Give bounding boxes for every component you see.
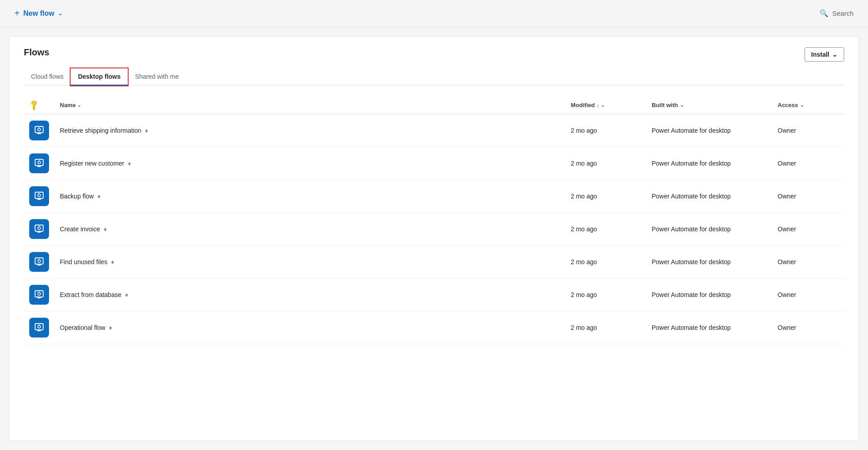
access-chevron-icon: ⌄ (800, 103, 804, 108)
row-name-cell[interactable]: Create invoice ♦ (54, 213, 565, 246)
row-built-with-cell: Power Automate for desktop (646, 311, 772, 344)
plus-icon: + (14, 8, 20, 18)
table-row[interactable]: Backup flow ♦ 2 mo ago Power Automate fo… (24, 180, 844, 213)
svg-rect-7 (38, 165, 40, 166)
row-access-cell: Owner (772, 213, 844, 246)
built-sort-control[interactable]: Built with ⌄ (652, 102, 684, 108)
topbar: + New flow ⌄ 🔍 Search (0, 0, 868, 27)
install-label: Install (811, 51, 829, 58)
flow-icon (29, 219, 49, 239)
row-icon-cell (24, 279, 54, 311)
flow-name: Retrieve shipping information (60, 127, 141, 134)
row-icon-cell (24, 147, 54, 180)
premium-icon: ♦ (111, 258, 114, 266)
svg-point-3 (38, 128, 40, 131)
svg-point-23 (38, 260, 40, 262)
svg-point-8 (38, 161, 40, 164)
premium-icon: ♦ (128, 160, 131, 167)
table-row[interactable]: Register new customer ♦ 2 mo ago Power A… (24, 147, 844, 180)
svg-point-13 (38, 194, 40, 197)
flow-name: Extract from database (60, 291, 121, 298)
tab-desktop-flows[interactable]: Desktop flows (71, 68, 128, 86)
th-key-icon: 🔑 (24, 96, 54, 114)
install-chevron-icon: ⌄ (832, 51, 837, 58)
premium-icon: ♦ (109, 324, 112, 331)
modified-chevron-icon: ⌄ (601, 103, 604, 108)
row-name-cell[interactable]: Register new customer ♦ (54, 147, 565, 180)
th-built-with[interactable]: Built with ⌄ (646, 96, 772, 114)
flow-icon (29, 252, 49, 272)
row-access-cell: Owner (772, 246, 844, 279)
table-row[interactable]: Operational flow ♦ 2 mo ago Power Automa… (24, 311, 844, 344)
premium-icon: ♦ (104, 225, 107, 233)
tab-cloud-flows[interactable]: Cloud flows (24, 68, 71, 86)
row-built-with-cell: Power Automate for desktop (646, 180, 772, 213)
chevron-down-icon: ⌄ (58, 10, 63, 17)
th-access-label: Access (778, 102, 798, 108)
svg-rect-2 (38, 132, 40, 134)
row-icon-cell (24, 311, 54, 344)
row-access-cell: Owner (772, 311, 844, 344)
table-row[interactable]: Find unused files ♦ 2 mo ago Power Autom… (24, 246, 844, 279)
row-modified-cell: 2 mo ago (565, 213, 646, 246)
search-label: Search (832, 9, 854, 17)
new-flow-label: New flow (23, 9, 54, 18)
row-built-with-cell: Power Automate for desktop (646, 213, 772, 246)
flow-name: Create invoice (60, 225, 100, 233)
row-icon-cell (24, 213, 54, 246)
premium-icon: ♦ (97, 193, 100, 200)
row-access-cell: Owner (772, 279, 844, 311)
page-title: Flows (24, 47, 49, 58)
row-access-cell: Owner (772, 114, 844, 147)
row-name-cell[interactable]: Operational flow ♦ (54, 311, 565, 344)
table-row[interactable]: Retrieve shipping information ♦ 2 mo ago… (24, 114, 844, 147)
svg-rect-32 (38, 329, 40, 331)
search-icon: 🔍 (819, 9, 828, 18)
row-modified-cell: 2 mo ago (565, 246, 646, 279)
flow-icon (29, 153, 49, 173)
main-content: Flows Install ⌄ Cloud flows Desktop flow… (9, 36, 859, 441)
row-built-with-cell: Power Automate for desktop (646, 147, 772, 180)
row-built-with-cell: Power Automate for desktop (646, 279, 772, 311)
new-flow-button[interactable]: + New flow ⌄ (9, 4, 68, 22)
row-icon-cell (24, 246, 54, 279)
th-name[interactable]: Name ⌄ (54, 96, 565, 114)
row-modified-cell: 2 mo ago (565, 180, 646, 213)
flow-icon (29, 186, 49, 206)
modified-sort-control[interactable]: Modified ↓ ⌄ (571, 102, 604, 108)
install-button[interactable]: Install ⌄ (805, 47, 844, 62)
svg-point-28 (38, 292, 40, 295)
th-access[interactable]: Access ⌄ (772, 96, 844, 114)
premium-icon: ♦ (125, 291, 128, 298)
row-built-with-cell: Power Automate for desktop (646, 114, 772, 147)
svg-point-18 (38, 227, 40, 230)
row-name-cell[interactable]: Retrieve shipping information ♦ (54, 114, 565, 147)
svg-rect-17 (38, 231, 40, 232)
flow-name: Backup flow (60, 193, 94, 200)
svg-rect-22 (38, 264, 40, 265)
row-name-cell[interactable]: Extract from database ♦ (54, 279, 565, 311)
table-row[interactable]: Extract from database ♦ 2 mo ago Power A… (24, 279, 844, 311)
row-modified-cell: 2 mo ago (565, 147, 646, 180)
row-icon-cell (24, 180, 54, 213)
access-sort-control[interactable]: Access ⌄ (778, 102, 804, 108)
th-modified[interactable]: Modified ↓ ⌄ (565, 96, 646, 114)
row-name-cell[interactable]: Backup flow ♦ (54, 180, 565, 213)
table-row[interactable]: Create invoice ♦ 2 mo ago Power Automate… (24, 213, 844, 246)
table-header-row: 🔑 Name ⌄ Modified ↓ ⌄ (24, 96, 844, 114)
tabs-bar: Cloud flows Desktop flows Shared with me (24, 68, 844, 86)
key-icon: 🔑 (27, 99, 40, 112)
tab-shared-with-me[interactable]: Shared with me (128, 68, 186, 86)
svg-rect-27 (38, 297, 40, 298)
search-area[interactable]: 🔍 Search (814, 6, 859, 20)
row-access-cell: Owner (772, 180, 844, 213)
row-built-with-cell: Power Automate for desktop (646, 246, 772, 279)
name-sort-control[interactable]: Name ⌄ (60, 102, 81, 108)
premium-icon: ♦ (145, 127, 148, 134)
row-name-cell[interactable]: Find unused files ♦ (54, 246, 565, 279)
modified-sort-arrow: ↓ (596, 103, 599, 108)
flow-icon (29, 121, 49, 140)
row-modified-cell: 2 mo ago (565, 114, 646, 147)
th-built-label: Built with (652, 102, 678, 108)
flow-name: Operational flow (60, 324, 105, 331)
